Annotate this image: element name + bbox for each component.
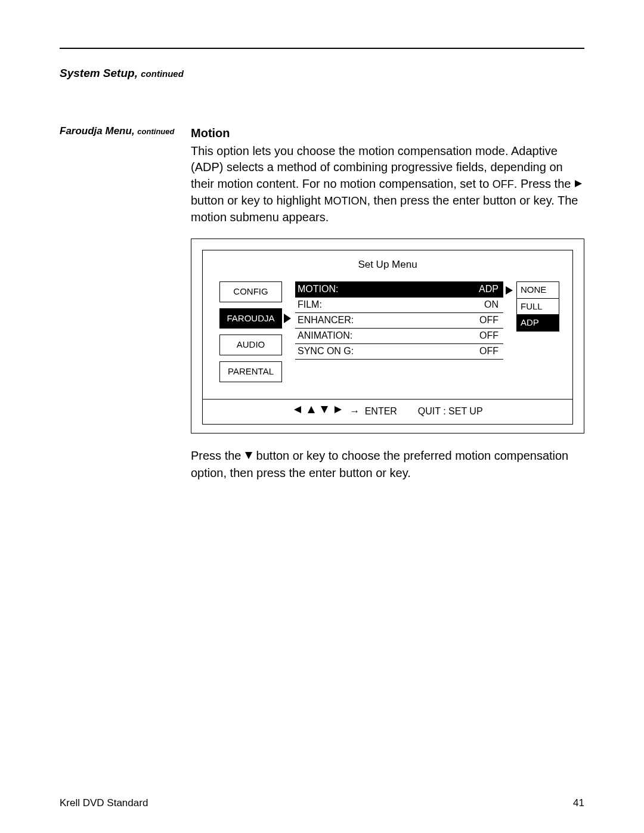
param-label: FILM: bbox=[298, 298, 322, 311]
side-continued: continued bbox=[137, 127, 174, 136]
svg-marker-7 bbox=[245, 452, 252, 459]
arrow-right-icon: → bbox=[349, 405, 360, 417]
param-value: ADP bbox=[479, 283, 499, 296]
osd-footer-enter: ENTER bbox=[365, 406, 397, 416]
osd-tab-label: FAROUDJA bbox=[227, 313, 274, 323]
p1-c: button or key to highlight bbox=[191, 194, 324, 207]
main-paragraph-1: This option lets you choose the motion c… bbox=[191, 143, 584, 226]
osd-option-list: NONE FULL ADP bbox=[516, 281, 559, 388]
osd-param-enhancer[interactable]: ENHANCER: OFF bbox=[295, 312, 503, 328]
osd-opt-full[interactable]: FULL bbox=[516, 299, 559, 315]
osd-tab-faroudja[interactable]: FAROUDJA bbox=[219, 308, 282, 329]
param-label: ENHANCER: bbox=[298, 314, 354, 327]
right-triangle-icon bbox=[334, 404, 342, 417]
page-footer: Krell DVD Standard 41 bbox=[60, 797, 584, 809]
main-paragraph-2: Press the button or key to choose the pr… bbox=[191, 448, 584, 481]
param-value: OFF bbox=[479, 345, 499, 358]
osd-tab-label: PARENTAL bbox=[228, 366, 274, 376]
osd-inner-box: Set Up Menu CONFIG FAROUDJA AUDIO PARENT… bbox=[202, 250, 573, 425]
svg-marker-2 bbox=[506, 286, 513, 295]
footer-left: Krell DVD Standard bbox=[60, 797, 148, 809]
footer-page-number: 41 bbox=[573, 797, 584, 809]
main-column: Motion This option lets you choose the m… bbox=[191, 125, 584, 482]
osd-tab-parental[interactable]: PARENTAL bbox=[219, 361, 282, 382]
p1-b: . Press the bbox=[514, 177, 574, 190]
down-triangle-icon bbox=[244, 448, 253, 465]
osd-tab-label: CONFIG bbox=[233, 286, 268, 296]
osd-param-film[interactable]: FILM: ON bbox=[295, 297, 503, 312]
side-title: Faroudja Menu, bbox=[60, 125, 135, 137]
osd-tab-config[interactable]: CONFIG bbox=[219, 281, 282, 302]
param-value: OFF bbox=[479, 314, 499, 327]
p1-off: OFF bbox=[493, 178, 514, 190]
svg-marker-6 bbox=[335, 406, 342, 413]
opt-label: NONE bbox=[521, 284, 546, 295]
p1-motion: MOTION bbox=[324, 195, 367, 207]
osd-param-motion[interactable]: MOTION: ADP bbox=[295, 281, 503, 297]
p2-a: Press the bbox=[191, 449, 244, 462]
running-head-continued: continued bbox=[141, 69, 184, 79]
top-rule bbox=[60, 48, 584, 49]
up-triangle-icon bbox=[307, 404, 315, 417]
svg-marker-3 bbox=[294, 406, 301, 413]
opt-label: ADP bbox=[521, 317, 539, 327]
osd-tab-list: CONFIG FAROUDJA AUDIO PARENTAL bbox=[219, 281, 282, 388]
running-head-section: System Setup, bbox=[60, 67, 138, 79]
svg-marker-5 bbox=[321, 406, 328, 413]
svg-marker-4 bbox=[308, 406, 315, 413]
osd-title: Set Up Menu bbox=[203, 258, 572, 271]
running-head: System Setup, continued bbox=[60, 67, 584, 80]
osd-tab-label: AUDIO bbox=[237, 339, 265, 349]
osd-outer-box: Set Up Menu CONFIG FAROUDJA AUDIO PARENT… bbox=[191, 239, 584, 433]
side-column: Faroudja Menu, continued bbox=[60, 125, 191, 482]
right-triangle-icon bbox=[574, 176, 583, 193]
osd-opt-adp[interactable]: ADP bbox=[516, 315, 559, 332]
osd-tab-audio[interactable]: AUDIO bbox=[219, 335, 282, 355]
section-title: Motion bbox=[191, 125, 584, 142]
param-label: MOTION: bbox=[298, 283, 338, 296]
right-triangle-icon bbox=[284, 314, 291, 327]
param-label: SYNC ON G: bbox=[298, 345, 354, 358]
osd-param-syncong[interactable]: SYNC ON G: OFF bbox=[295, 343, 503, 359]
param-label: ANIMATION: bbox=[298, 329, 352, 342]
svg-marker-0 bbox=[575, 180, 582, 187]
param-value: OFF bbox=[479, 329, 499, 342]
osd-param-animation[interactable]: ANIMATION: OFF bbox=[295, 328, 503, 343]
osd-footer-quit: QUIT : SET UP bbox=[418, 406, 483, 416]
right-triangle-icon bbox=[506, 285, 513, 298]
osd-param-list: MOTION: ADP FILM: ON ENHANCER: bbox=[295, 281, 503, 388]
svg-marker-1 bbox=[284, 314, 291, 323]
osd-opt-none[interactable]: NONE bbox=[516, 281, 559, 299]
left-triangle-icon bbox=[293, 404, 302, 417]
opt-label: FULL bbox=[521, 301, 543, 311]
osd-footer: → ENTER QUIT : SET UP bbox=[203, 399, 572, 425]
down-triangle-icon bbox=[320, 404, 329, 417]
param-value: ON bbox=[484, 298, 499, 311]
